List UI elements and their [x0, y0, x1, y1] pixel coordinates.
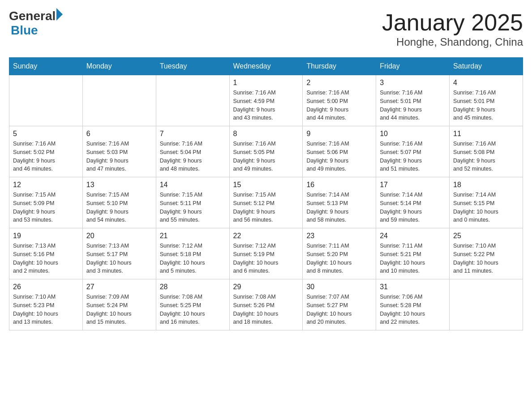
day-info: Sunrise: 7:12 AMSunset: 5:18 PMDaylight:…: [160, 242, 226, 275]
day-info: Sunrise: 7:16 AMSunset: 5:06 PMDaylight:…: [306, 140, 372, 173]
calendar-week-row: 12Sunrise: 7:15 AMSunset: 5:09 PMDayligh…: [9, 177, 523, 228]
day-info: Sunrise: 7:07 AMSunset: 5:27 PMDaylight:…: [306, 293, 372, 326]
logo-general-text: General: [9, 9, 56, 23]
calendar-cell: 24Sunrise: 7:11 AMSunset: 5:21 PMDayligh…: [376, 228, 450, 279]
page-header: General Blue January 2025 Honghe, Shando…: [9, 9, 523, 48]
calendar-cell: 7Sunrise: 7:16 AMSunset: 5:04 PMDaylight…: [156, 126, 229, 177]
calendar-week-row: 26Sunrise: 7:10 AMSunset: 5:23 PMDayligh…: [9, 279, 523, 330]
calendar-header-row: SundayMondayTuesdayWednesdayThursdayFrid…: [9, 58, 523, 75]
calendar-cell: 27Sunrise: 7:09 AMSunset: 5:24 PMDayligh…: [82, 279, 156, 330]
day-info: Sunrise: 7:15 AMSunset: 5:12 PMDaylight:…: [233, 191, 299, 224]
calendar-cell: 31Sunrise: 7:06 AMSunset: 5:28 PMDayligh…: [376, 279, 450, 330]
day-number: 13: [86, 181, 152, 189]
calendar-cell: 25Sunrise: 7:10 AMSunset: 5:22 PMDayligh…: [450, 228, 523, 279]
calendar-cell: 9Sunrise: 7:16 AMSunset: 5:06 PMDaylight…: [303, 126, 376, 177]
day-info: Sunrise: 7:13 AMSunset: 5:16 PMDaylight:…: [13, 242, 79, 275]
day-number: 1: [233, 79, 299, 87]
day-number: 25: [453, 232, 519, 240]
day-info: Sunrise: 7:16 AMSunset: 4:59 PMDaylight:…: [233, 89, 299, 122]
calendar-cell: 8Sunrise: 7:16 AMSunset: 5:05 PMDaylight…: [229, 126, 303, 177]
day-number: 8: [233, 130, 299, 138]
day-number: 23: [306, 232, 372, 240]
logo: General Blue: [9, 9, 63, 38]
calendar-cell: 18Sunrise: 7:14 AMSunset: 5:15 PMDayligh…: [450, 177, 523, 228]
calendar-cell: 6Sunrise: 7:16 AMSunset: 5:03 PMDaylight…: [82, 126, 156, 177]
day-number: 14: [160, 181, 226, 189]
day-info: Sunrise: 7:14 AMSunset: 5:13 PMDaylight:…: [306, 191, 372, 224]
page-title: January 2025: [382, 9, 523, 36]
calendar-cell: 2Sunrise: 7:16 AMSunset: 5:00 PMDaylight…: [303, 75, 376, 126]
day-number: 31: [380, 283, 446, 291]
day-number: 9: [306, 130, 372, 138]
day-info: Sunrise: 7:16 AMSunset: 5:00 PMDaylight:…: [306, 89, 372, 122]
day-number: 11: [453, 130, 519, 138]
logo-blue-text: Blue: [11, 23, 38, 38]
calendar-cell: [156, 75, 229, 126]
day-info: Sunrise: 7:16 AMSunset: 5:02 PMDaylight:…: [13, 140, 79, 173]
calendar-cell: 3Sunrise: 7:16 AMSunset: 5:01 PMDaylight…: [376, 75, 450, 126]
day-info: Sunrise: 7:15 AMSunset: 5:11 PMDaylight:…: [160, 191, 226, 224]
day-number: 29: [233, 283, 299, 291]
day-number: 5: [13, 130, 79, 138]
calendar-cell: 13Sunrise: 7:15 AMSunset: 5:10 PMDayligh…: [82, 177, 156, 228]
day-info: Sunrise: 7:15 AMSunset: 5:10 PMDaylight:…: [86, 191, 152, 224]
day-number: 4: [453, 79, 519, 87]
day-number: 18: [453, 181, 519, 189]
header-sunday: Sunday: [9, 58, 83, 75]
calendar-cell: 16Sunrise: 7:14 AMSunset: 5:13 PMDayligh…: [303, 177, 376, 228]
calendar-table: SundayMondayTuesdayWednesdayThursdayFrid…: [9, 57, 523, 330]
calendar-cell: 21Sunrise: 7:12 AMSunset: 5:18 PMDayligh…: [156, 228, 229, 279]
day-info: Sunrise: 7:09 AMSunset: 5:24 PMDaylight:…: [86, 293, 152, 326]
calendar-cell: 5Sunrise: 7:16 AMSunset: 5:02 PMDaylight…: [9, 126, 83, 177]
day-info: Sunrise: 7:10 AMSunset: 5:23 PMDaylight:…: [13, 293, 79, 326]
calendar-cell: 15Sunrise: 7:15 AMSunset: 5:12 PMDayligh…: [229, 177, 303, 228]
calendar-cell: 23Sunrise: 7:11 AMSunset: 5:20 PMDayligh…: [303, 228, 376, 279]
calendar-cell: 30Sunrise: 7:07 AMSunset: 5:27 PMDayligh…: [303, 279, 376, 330]
header-saturday: Saturday: [450, 58, 523, 75]
calendar-cell: [82, 75, 156, 126]
day-number: 27: [86, 283, 152, 291]
day-number: 26: [13, 283, 79, 291]
day-info: Sunrise: 7:16 AMSunset: 5:03 PMDaylight:…: [86, 140, 152, 173]
day-number: 17: [380, 181, 446, 189]
day-number: 21: [160, 232, 226, 240]
calendar-cell: 29Sunrise: 7:08 AMSunset: 5:26 PMDayligh…: [229, 279, 303, 330]
day-number: 15: [233, 181, 299, 189]
day-info: Sunrise: 7:15 AMSunset: 5:09 PMDaylight:…: [13, 191, 79, 224]
day-info: Sunrise: 7:16 AMSunset: 5:05 PMDaylight:…: [233, 140, 299, 173]
header-thursday: Thursday: [303, 58, 376, 75]
day-number: 7: [160, 130, 226, 138]
day-number: 12: [13, 181, 79, 189]
logo-arrow-icon: [56, 8, 63, 21]
day-number: 19: [13, 232, 79, 240]
calendar-cell: 12Sunrise: 7:15 AMSunset: 5:09 PMDayligh…: [9, 177, 83, 228]
day-info: Sunrise: 7:12 AMSunset: 5:19 PMDaylight:…: [233, 242, 299, 275]
day-info: Sunrise: 7:16 AMSunset: 5:01 PMDaylight:…: [380, 89, 446, 122]
calendar-cell: 14Sunrise: 7:15 AMSunset: 5:11 PMDayligh…: [156, 177, 229, 228]
calendar-week-row: 1Sunrise: 7:16 AMSunset: 4:59 PMDaylight…: [9, 75, 523, 126]
calendar-week-row: 19Sunrise: 7:13 AMSunset: 5:16 PMDayligh…: [9, 228, 523, 279]
calendar-cell: 17Sunrise: 7:14 AMSunset: 5:14 PMDayligh…: [376, 177, 450, 228]
day-number: 10: [380, 130, 446, 138]
calendar-cell: 22Sunrise: 7:12 AMSunset: 5:19 PMDayligh…: [229, 228, 303, 279]
day-info: Sunrise: 7:08 AMSunset: 5:26 PMDaylight:…: [233, 293, 299, 326]
day-info: Sunrise: 7:08 AMSunset: 5:25 PMDaylight:…: [160, 293, 226, 326]
day-info: Sunrise: 7:06 AMSunset: 5:28 PMDaylight:…: [380, 293, 446, 326]
calendar-cell: 4Sunrise: 7:16 AMSunset: 5:01 PMDaylight…: [450, 75, 523, 126]
day-info: Sunrise: 7:11 AMSunset: 5:20 PMDaylight:…: [306, 242, 372, 275]
day-info: Sunrise: 7:10 AMSunset: 5:22 PMDaylight:…: [453, 242, 519, 275]
calendar-cell: 1Sunrise: 7:16 AMSunset: 4:59 PMDaylight…: [229, 75, 303, 126]
page-subtitle: Honghe, Shandong, China: [382, 36, 523, 48]
calendar-cell: [9, 75, 83, 126]
header-friday: Friday: [376, 58, 450, 75]
calendar-cell: 11Sunrise: 7:16 AMSunset: 5:08 PMDayligh…: [450, 126, 523, 177]
day-number: 24: [380, 232, 446, 240]
day-number: 22: [233, 232, 299, 240]
header-wednesday: Wednesday: [229, 58, 303, 75]
day-number: 2: [306, 79, 372, 87]
day-info: Sunrise: 7:13 AMSunset: 5:17 PMDaylight:…: [86, 242, 152, 275]
day-number: 16: [306, 181, 372, 189]
day-number: 28: [160, 283, 226, 291]
day-info: Sunrise: 7:14 AMSunset: 5:14 PMDaylight:…: [380, 191, 446, 224]
header-tuesday: Tuesday: [156, 58, 229, 75]
